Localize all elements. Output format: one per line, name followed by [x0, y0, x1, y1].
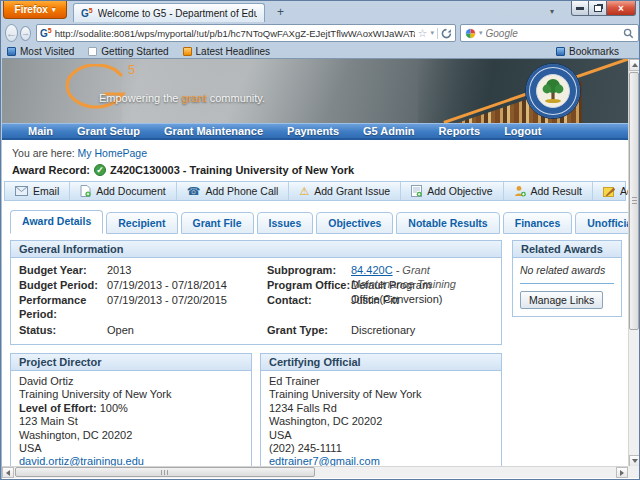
- close-icon: ×: [618, 3, 624, 14]
- add-phone-call-button[interactable]: ☎ Add Phone Call: [177, 182, 290, 200]
- bookmarks-menu-button[interactable]: Bookmarks: [556, 46, 619, 57]
- horizontal-scroll-thumb[interactable]: [15, 467, 315, 477]
- reload-icon: [441, 28, 452, 39]
- search-input[interactable]: [486, 28, 620, 39]
- bookmark-star-icon[interactable]: ☆: [418, 28, 428, 39]
- co-line: Washington, DC 20202: [269, 415, 493, 428]
- browser-tab[interactable]: G5 Welcome to G5 - Department of Educati…: [73, 3, 265, 22]
- check-circle-icon: ✓: [94, 164, 106, 176]
- scroll-grip: [632, 197, 637, 198]
- banner-tagline: Empowering the grant community.: [99, 92, 265, 104]
- tab-issues[interactable]: Issues: [257, 212, 314, 234]
- pd-name: David Ortiz: [19, 375, 243, 388]
- scroll-left-button[interactable]: [2, 467, 14, 478]
- menu-main[interactable]: Main: [16, 125, 65, 137]
- tab-unofficial-notes[interactable]: Unofficial Notes: [575, 212, 628, 234]
- forward-icon: →: [21, 28, 30, 38]
- arrow-right-icon: [620, 470, 624, 476]
- add-document-button[interactable]: Add Document: [70, 182, 176, 200]
- menu-grant-maintenance[interactable]: Grant Maintenance: [152, 125, 275, 137]
- menu-grant-setup[interactable]: Grant Setup: [65, 125, 152, 137]
- detail-tabs: Award Details Recipient Grant File Issue…: [2, 201, 628, 234]
- certifying-official-panel: Certifying Official Ed Trainer Training …: [260, 353, 502, 467]
- window-controls: ×: [571, 1, 636, 16]
- menu-g5-admin[interactable]: G5 Admin: [351, 125, 427, 137]
- most-visited-icon: [7, 47, 16, 56]
- add-document-icon: [80, 185, 91, 197]
- co-line: Ed Trainer: [269, 375, 493, 388]
- url-dropdown-icon[interactable]: ▾: [430, 29, 434, 37]
- getting-started-icon: [88, 47, 97, 56]
- tab-award-details[interactable]: Award Details: [10, 210, 103, 234]
- reload-button[interactable]: [437, 28, 452, 39]
- horizontal-scrollbar[interactable]: [2, 466, 628, 478]
- related-awards-panel: Related Awards No related awards Manage …: [512, 240, 622, 317]
- menu-reports[interactable]: Reports: [427, 125, 493, 137]
- breadcrumb-home-link[interactable]: My HomePage: [78, 147, 147, 159]
- scroll-right-button[interactable]: [616, 467, 628, 478]
- co-line: 1234 Falls Rd: [269, 402, 493, 415]
- pd-address-line: Washington, DC 20202: [19, 429, 243, 442]
- tab-grant-file[interactable]: Grant File: [181, 212, 254, 234]
- tab-objectives[interactable]: Objectives: [316, 212, 393, 234]
- feed-icon: [183, 47, 192, 56]
- panel-title: Related Awards: [513, 241, 621, 258]
- page-viewport: 5 Empowering the grant community.: [2, 58, 639, 479]
- menu-payments[interactable]: Payments: [275, 125, 351, 137]
- add-result-button[interactable]: Add Result: [504, 182, 593, 200]
- email-icon: [15, 186, 28, 196]
- pd-address-line: 123 Main St: [19, 415, 243, 428]
- banner-highlight: [122, 59, 382, 123]
- doe-seal: [525, 63, 581, 119]
- bookmark-getting-started[interactable]: Getting Started: [88, 46, 168, 57]
- vertical-scroll-thumb[interactable]: [629, 72, 639, 330]
- project-director-panel: Project Director David Ortiz Training Un…: [10, 353, 252, 467]
- add-note-button[interactable]: Add Note: [593, 182, 628, 200]
- tab-recipient[interactable]: Recipient: [106, 212, 177, 234]
- firefox-menu-button[interactable]: Firefox ▾: [3, 1, 67, 19]
- new-tab-button[interactable]: +: [269, 6, 292, 21]
- search-icon[interactable]: [623, 28, 634, 39]
- g5-logo: 5: [58, 64, 136, 118]
- divider: [520, 283, 614, 284]
- co-line: USA: [269, 429, 493, 442]
- restore-icon: [594, 5, 602, 12]
- url-input[interactable]: [55, 28, 415, 39]
- g5-logo-arc-icon: [58, 64, 136, 114]
- minimize-button[interactable]: [571, 1, 589, 16]
- menu-logout[interactable]: Logout: [492, 125, 553, 137]
- list-all-tabs-icon[interactable]: ▾: [550, 7, 554, 16]
- scroll-up-button[interactable]: [629, 59, 639, 71]
- navigation-toolbar: ← → G5 ☆ ▾ ▾: [1, 22, 639, 44]
- add-objective-button[interactable]: Add Objective: [401, 182, 503, 200]
- oak-tree-icon: [537, 75, 569, 107]
- add-grant-issue-button[interactable]: ⚠ Add Grant Issue: [289, 182, 401, 200]
- g5-logo-five: 5: [128, 62, 135, 77]
- search-engine-dropdown-icon[interactable]: ▾: [479, 29, 483, 37]
- minimize-icon: [576, 7, 584, 10]
- manage-links-button[interactable]: Manage Links: [520, 291, 603, 309]
- subprogram-link[interactable]: 84.420C: [351, 264, 393, 276]
- arrow-up-icon: [632, 63, 638, 67]
- close-button[interactable]: ×: [607, 1, 636, 16]
- phone-icon: ☎: [187, 186, 201, 197]
- bookmark-latest-headlines[interactable]: Latest Headlines: [183, 46, 271, 57]
- panel-title: Certifying Official: [261, 354, 501, 371]
- bookmarks-toolbar: Most Visited Getting Started Latest Head…: [1, 44, 639, 58]
- restore-button[interactable]: [589, 1, 607, 16]
- tab-finances[interactable]: Finances: [503, 212, 573, 234]
- bookmark-most-visited[interactable]: Most Visited: [7, 46, 74, 57]
- breadcrumb: You are here: My HomePage: [2, 145, 628, 161]
- vertical-scrollbar[interactable]: [628, 59, 639, 467]
- general-info-right-column: Subprogram: 84.420C - Grant Maintenance …: [267, 263, 493, 338]
- back-button[interactable]: ←: [5, 24, 18, 42]
- g5-favicon-icon: G5: [81, 7, 93, 19]
- panel-title: General Information: [11, 241, 501, 258]
- forward-button[interactable]: →: [20, 26, 31, 41]
- tab-notable-results[interactable]: Notable Results: [396, 212, 499, 234]
- title-bar: Firefox ▾ G5 Welcome to G5 - Department …: [1, 1, 639, 22]
- url-bar: G5 ☆ ▾: [36, 24, 456, 42]
- email-button[interactable]: Email: [5, 182, 70, 200]
- pd-address-line: USA: [19, 442, 243, 455]
- scroll-grip: [161, 470, 162, 475]
